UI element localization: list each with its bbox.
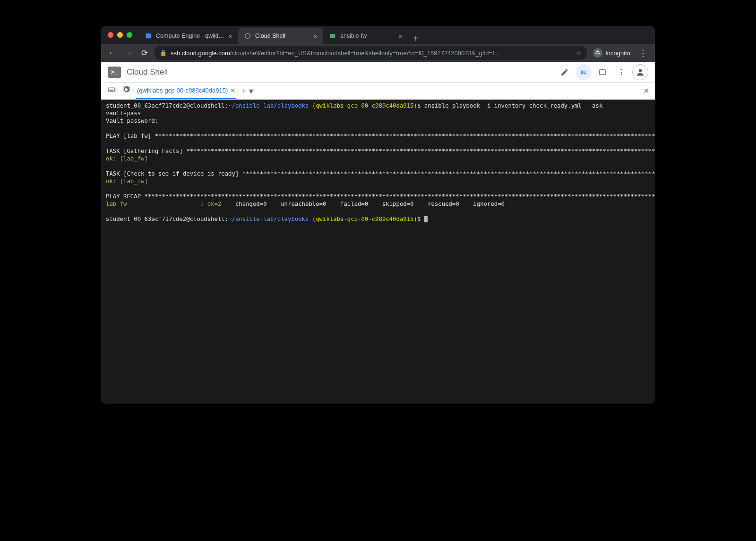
prompt-path: ~/ansible-lab/playbooks (228, 216, 309, 222)
url-text: ssh.cloud.google.com/cloudshell/editor?h… (171, 50, 572, 57)
browser-window: Compute Engine - qwiklabs-gc × Cloud She… (101, 26, 655, 404)
recap-stats: changed=0 unreachable=0 failed=0 skipped… (221, 201, 505, 207)
svg-rect-3 (600, 69, 605, 75)
cloud-shell-icon (244, 32, 251, 40)
window-controls (108, 32, 132, 38)
task1-result: ok: [lab_fw] (106, 155, 148, 162)
svg-rect-8 (112, 89, 112, 89)
lock-icon: 🔒 (160, 50, 167, 56)
close-tab-icon[interactable]: × (228, 32, 232, 40)
add-terminal-button[interactable]: + ▾ (241, 86, 253, 96)
svg-rect-5 (108, 88, 114, 92)
cursor (424, 216, 428, 222)
bookmark-star-icon[interactable]: ☆ (576, 50, 582, 57)
url-input[interactable]: 🔒 ssh.cloud.google.com/cloudshell/editor… (154, 46, 587, 60)
account-avatar[interactable] (632, 64, 648, 80)
open-window-button[interactable] (594, 64, 610, 80)
gcp-icon (145, 32, 152, 40)
terminal-output[interactable]: student_00_63acf717cde2@cloudshell:~/ans… (101, 100, 655, 404)
more-menu-button[interactable]: ⋮ (613, 64, 629, 80)
cloudshell-header: >_ Cloud Shell ⋮ (101, 62, 655, 83)
task2-result: ok: [lab_fw] (106, 178, 148, 185)
vault-prompt: Vault password: (106, 118, 158, 124)
prompt-project: (qwiklabs-gcp-00-c989c40da915) (312, 216, 417, 222)
prompt-user: student_00_63acf717cde2@cloudshell (106, 102, 225, 109)
incognito-indicator[interactable]: Incognito (590, 48, 633, 58)
close-tab-icon[interactable]: × (398, 32, 403, 40)
terminal-session-tab[interactable]: (qwiklabs-gcp-00-c989c40da915) × (136, 83, 236, 99)
terminal-tab-bar: (qwiklabs-gcp-00-c989c40da915) × + ▾ × (101, 83, 655, 100)
close-terminal-tab-icon[interactable]: × (231, 86, 235, 94)
task1-header: TASK [Gathering Facts] *****************… (106, 148, 655, 154)
gear-icon[interactable] (122, 85, 130, 96)
back-button[interactable]: ← (106, 46, 119, 59)
svg-rect-0 (146, 34, 151, 39)
task2-header: TASK [Check to see if device is ready] *… (106, 170, 655, 177)
close-panel-button[interactable]: × (644, 85, 649, 96)
palo-alto-icon (329, 32, 336, 40)
page-title: Cloud Shell (127, 68, 551, 77)
tab-ansible-fw[interactable]: ansible-fw × (323, 28, 408, 44)
svg-point-4 (639, 69, 642, 72)
svg-point-1 (245, 34, 250, 39)
incognito-label: Incognito (605, 50, 630, 57)
prompt-path: ~/ansible-lab/playbooks (228, 102, 309, 109)
recap-header: PLAY RECAP *****************************… (106, 193, 655, 200)
svg-rect-6 (109, 89, 110, 89)
svg-rect-9 (113, 89, 113, 89)
cloudshell-logo-icon: >_ (108, 67, 121, 78)
keyboard-icon[interactable] (107, 86, 116, 96)
forward-button[interactable]: → (122, 46, 135, 59)
play-header: PLAY [lab_fw] **************************… (106, 133, 655, 139)
svg-rect-10 (110, 90, 113, 91)
prompt-user: student_00_63acf717cde2@cloudshell (106, 216, 225, 222)
tab-label: Cloud Shell (255, 33, 309, 39)
open-terminal-button[interactable] (576, 64, 592, 80)
cloudshell-actions: ⋮ (557, 64, 648, 80)
edit-button[interactable] (557, 64, 573, 80)
new-tab-button[interactable]: + (408, 33, 423, 44)
recap-host: lab_fw (106, 201, 127, 207)
browser-menu-button[interactable]: ⋮ (636, 48, 650, 58)
incognito-icon (593, 48, 602, 58)
svg-rect-2 (330, 34, 335, 38)
close-tab-icon[interactable]: × (313, 32, 318, 40)
tab-cloud-shell[interactable]: Cloud Shell × (238, 28, 323, 44)
close-window-button[interactable] (108, 32, 113, 38)
terminal-tab-label: (qwiklabs-gcp-00-c989c40da915) (137, 87, 228, 94)
tab-compute-engine[interactable]: Compute Engine - qwiklabs-gc × (139, 28, 238, 44)
svg-rect-7 (111, 89, 111, 89)
minimize-window-button[interactable] (117, 32, 123, 38)
maximize-window-button[interactable] (127, 32, 132, 38)
recap-ok: ok=2 (207, 201, 222, 207)
address-bar: ← → ⟳ 🔒 ssh.cloud.google.com/cloudshell/… (101, 44, 655, 62)
tab-label: Compute Engine - qwiklabs-gc (156, 33, 224, 39)
prompt-project: (qwiklabs-gcp-00-c989c40da915) (312, 102, 417, 109)
tab-strip: Compute Engine - qwiklabs-gc × Cloud She… (139, 26, 423, 44)
tab-label: ansible-fw (340, 33, 395, 39)
titlebar: Compute Engine - qwiklabs-gc × Cloud She… (101, 26, 655, 44)
reload-button[interactable]: ⟳ (138, 46, 151, 59)
